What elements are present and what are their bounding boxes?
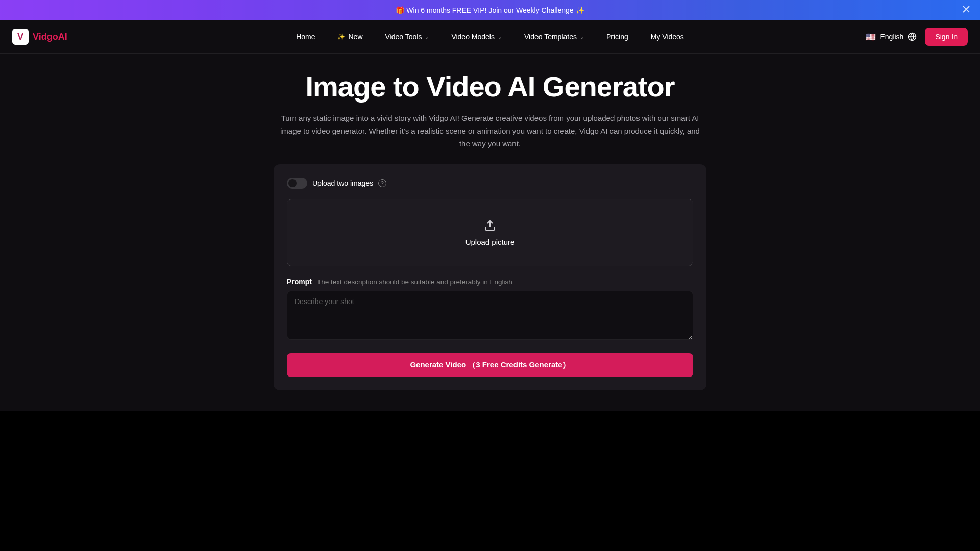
- nav-video-models-label: Video Models: [451, 33, 495, 41]
- upload-text: Upload picture: [465, 238, 515, 246]
- prompt-label: Prompt: [287, 278, 312, 286]
- toggle-label: Upload two images: [312, 179, 373, 187]
- nav-new-label: New: [348, 33, 362, 41]
- nav-video-templates[interactable]: Video Templates ⌄: [515, 29, 593, 45]
- nav-home-label: Home: [296, 33, 315, 41]
- upload-area[interactable]: Upload picture: [287, 199, 693, 266]
- nav-video-tools-label: Video Tools: [385, 33, 422, 41]
- banner-close-button[interactable]: [963, 6, 970, 15]
- signin-button[interactable]: Sign In: [925, 28, 968, 46]
- logo-icon-letter: V: [17, 32, 23, 42]
- globe-icon: [908, 32, 917, 41]
- chevron-down-icon: ⌄: [425, 34, 429, 40]
- prompt-hint: The text description should be suitable …: [317, 278, 512, 286]
- chevron-down-icon: ⌄: [498, 34, 502, 40]
- main-content: Image to Video AI Generator Turn any sta…: [0, 54, 980, 411]
- nav-home[interactable]: Home: [287, 29, 324, 45]
- language-label: English: [880, 33, 903, 41]
- header-right: 🇺🇸 English Sign In: [866, 28, 968, 46]
- generate-button[interactable]: Generate Video （3 Free Credits Generate）: [287, 353, 693, 377]
- prompt-input[interactable]: [287, 291, 693, 340]
- prompt-label-row: Prompt The text description should be su…: [287, 278, 693, 286]
- nav-video-templates-label: Video Templates: [524, 33, 577, 41]
- chevron-down-icon: ⌄: [580, 34, 584, 40]
- signin-label: Sign In: [935, 33, 958, 41]
- generator-card: Upload two images ? Upload picture Promp…: [274, 164, 706, 390]
- nav-my-videos[interactable]: My Videos: [642, 29, 693, 45]
- upload-icon: [484, 219, 496, 232]
- nav-video-models[interactable]: Video Models ⌄: [442, 29, 511, 45]
- page-subtitle: Turn any static image into a vivid story…: [278, 112, 702, 150]
- toggle-knob: [288, 179, 297, 187]
- promo-banner[interactable]: 🎁 Win 6 months FREE VIP! Join our Weekly…: [0, 0, 980, 20]
- banner-text: 🎁 Win 6 months FREE VIP! Join our Weekly…: [396, 6, 584, 14]
- nav-pricing[interactable]: Pricing: [597, 29, 638, 45]
- main-nav: Home New Video Tools ⌄ Video Models ⌄ Vi…: [287, 29, 693, 45]
- help-icon[interactable]: ?: [378, 179, 386, 187]
- toggle-row: Upload two images ?: [287, 178, 693, 189]
- close-icon: [963, 6, 970, 13]
- logo-text: VidgoAI: [33, 32, 67, 42]
- nav-my-videos-label: My Videos: [651, 33, 684, 41]
- generate-button-label: Generate Video （3 Free Credits Generate）: [410, 360, 570, 369]
- upload-two-toggle[interactable]: [287, 178, 307, 189]
- logo-icon: V: [12, 29, 29, 45]
- bottom-section: [0, 411, 980, 551]
- language-selector[interactable]: 🇺🇸 English: [866, 32, 917, 42]
- nav-pricing-label: Pricing: [606, 33, 628, 41]
- nav-video-tools[interactable]: Video Tools ⌄: [376, 29, 438, 45]
- logo[interactable]: V VidgoAI: [12, 29, 67, 45]
- nav-new[interactable]: New: [328, 29, 372, 45]
- header: V VidgoAI Home New Video Tools ⌄ Video M…: [0, 20, 980, 54]
- flag-icon: 🇺🇸: [866, 32, 876, 42]
- page-title: Image to Video AI Generator: [0, 70, 980, 103]
